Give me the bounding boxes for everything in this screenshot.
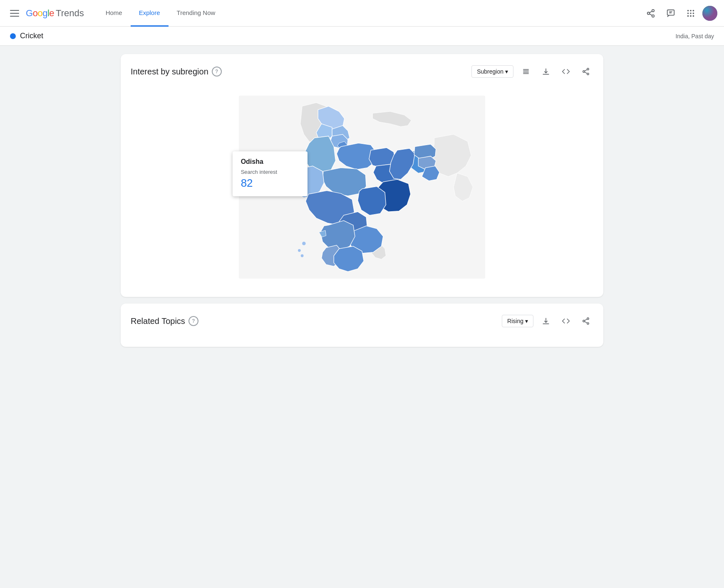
list-icon <box>522 67 530 76</box>
hamburger-icon <box>10 10 19 17</box>
list-view-button[interactable] <box>518 64 533 79</box>
svg-point-9 <box>687 10 689 11</box>
related-topics-controls: Rising ▾ <box>502 314 593 329</box>
svg-point-25 <box>587 68 589 70</box>
embed-related-icon <box>562 317 570 325</box>
svg-point-15 <box>687 15 689 17</box>
svg-line-4 <box>650 11 652 12</box>
share-related-button[interactable] <box>578 314 593 329</box>
card-title-area: Interest by subregion ? <box>131 67 222 77</box>
svg-point-35 <box>587 318 589 319</box>
map-container: Odisha Search interest 82 <box>131 87 593 287</box>
topic-dot <box>10 33 16 39</box>
svg-point-10 <box>690 10 692 11</box>
location-time: India, Past day <box>675 33 714 40</box>
svg-point-27 <box>587 73 589 75</box>
svg-point-13 <box>690 12 692 14</box>
user-avatar[interactable] <box>702 6 717 21</box>
map-tooltip: Odisha Search interest 82 <box>233 151 307 196</box>
download-related-icon <box>542 317 550 325</box>
related-topics-title-area: Related Topics ? <box>131 316 198 326</box>
rising-dropdown[interactable]: Rising ▾ <box>502 315 533 327</box>
svg-point-32 <box>298 249 301 252</box>
svg-line-3 <box>650 14 652 15</box>
app-header: Google Trends Home Explore Trending Now <box>0 0 724 27</box>
svg-point-0 <box>652 9 655 12</box>
interest-by-subregion-card: Interest by subregion ? Subregion ▾ <box>121 54 603 297</box>
share-icon <box>646 9 655 18</box>
card-title: Interest by subregion <box>131 67 208 77</box>
apps-icon <box>686 9 695 18</box>
nav-explore[interactable]: Explore <box>131 0 169 27</box>
tooltip-value: 82 <box>241 177 299 190</box>
subregion-dropdown[interactable]: Subregion ▾ <box>471 65 513 78</box>
feedback-button[interactable] <box>662 5 679 22</box>
feedback-icon <box>666 9 675 18</box>
nav-trending-now[interactable]: Trending Now <box>169 0 224 27</box>
main-nav: Home Explore Trending Now <box>97 0 642 27</box>
related-topics-title: Related Topics <box>131 316 185 326</box>
svg-point-14 <box>693 12 694 14</box>
apps-button[interactable] <box>682 5 699 22</box>
svg-point-16 <box>690 15 692 17</box>
nav-home[interactable]: Home <box>97 0 131 27</box>
download-related-button[interactable] <box>538 314 553 329</box>
svg-point-11 <box>693 10 694 11</box>
svg-point-17 <box>693 15 694 17</box>
related-topics-help-icon[interactable]: ? <box>188 316 198 326</box>
logo-trends-text: Trends <box>56 8 84 19</box>
share-map-icon <box>582 67 590 76</box>
card-controls: Subregion ▾ <box>471 64 593 79</box>
svg-point-33 <box>301 254 304 257</box>
help-icon[interactable]: ? <box>212 67 222 77</box>
tooltip-region: Odisha <box>241 158 299 166</box>
svg-point-36 <box>583 320 585 322</box>
topic-indicator: Cricket <box>10 32 43 40</box>
topic-name: Cricket <box>20 32 43 40</box>
svg-rect-5 <box>667 10 674 15</box>
share-map-button[interactable] <box>578 64 593 79</box>
svg-line-38 <box>585 321 587 323</box>
embed-related-button[interactable] <box>558 314 573 329</box>
avatar-image <box>702 6 717 21</box>
logo-google-text: Google <box>26 8 54 19</box>
related-topics-header: Related Topics ? Rising ▾ <box>131 314 593 329</box>
embed-icon <box>562 67 570 76</box>
share-related-icon <box>582 317 590 325</box>
share-button[interactable] <box>642 5 659 22</box>
sub-header: Cricket India, Past day <box>0 27 724 46</box>
embed-button[interactable] <box>558 64 573 79</box>
card-header: Interest by subregion ? Subregion ▾ <box>131 64 593 79</box>
svg-line-29 <box>585 69 587 71</box>
related-topics-card: Related Topics ? Rising ▾ <box>121 304 603 347</box>
svg-point-31 <box>302 242 305 245</box>
svg-line-39 <box>585 319 587 320</box>
svg-point-2 <box>652 15 655 17</box>
download-button[interactable] <box>538 64 553 79</box>
menu-button[interactable] <box>7 7 22 20</box>
svg-point-12 <box>687 12 689 14</box>
header-actions <box>642 5 717 22</box>
tooltip-label: Search interest <box>241 169 299 175</box>
logo-link[interactable]: Google Trends <box>26 8 84 19</box>
svg-point-1 <box>647 12 650 15</box>
svg-point-19 <box>702 6 717 21</box>
download-icon <box>542 67 550 76</box>
svg-line-28 <box>585 72 587 73</box>
svg-point-37 <box>587 323 589 324</box>
main-content: Interest by subregion ? Subregion ▾ <box>112 46 612 355</box>
svg-point-26 <box>583 71 585 72</box>
